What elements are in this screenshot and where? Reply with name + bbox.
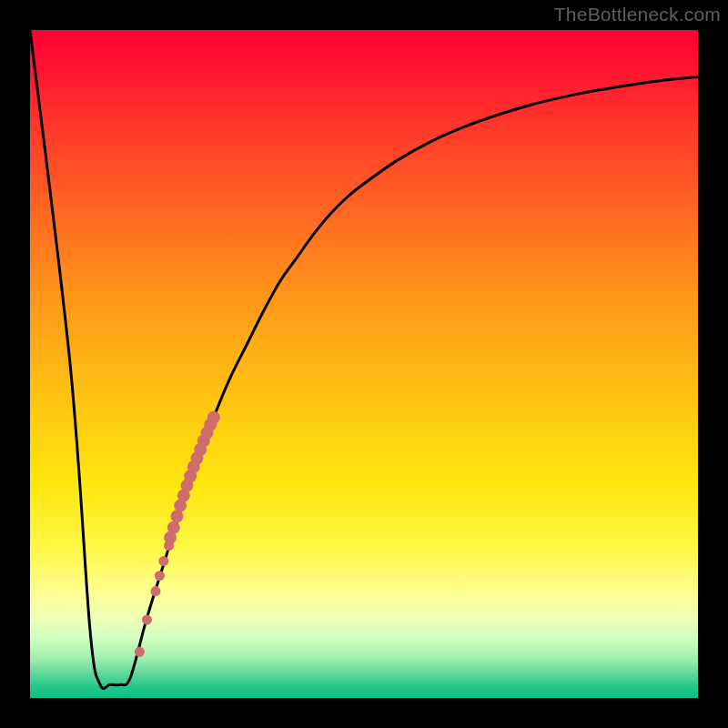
highlight-dot bbox=[155, 571, 165, 581]
highlight-dot bbox=[158, 556, 168, 566]
highlight-dot bbox=[150, 586, 160, 596]
chart-frame: TheBottleneck.com bbox=[0, 0, 728, 728]
highlight-dot bbox=[135, 647, 145, 657]
watermark-text: TheBottleneck.com bbox=[554, 4, 721, 25]
highlight-dot bbox=[142, 615, 152, 625]
highlight-dot bbox=[167, 521, 180, 534]
highlight-dots bbox=[30, 30, 698, 698]
highlight-dot bbox=[207, 411, 220, 424]
plot-area bbox=[30, 30, 698, 698]
